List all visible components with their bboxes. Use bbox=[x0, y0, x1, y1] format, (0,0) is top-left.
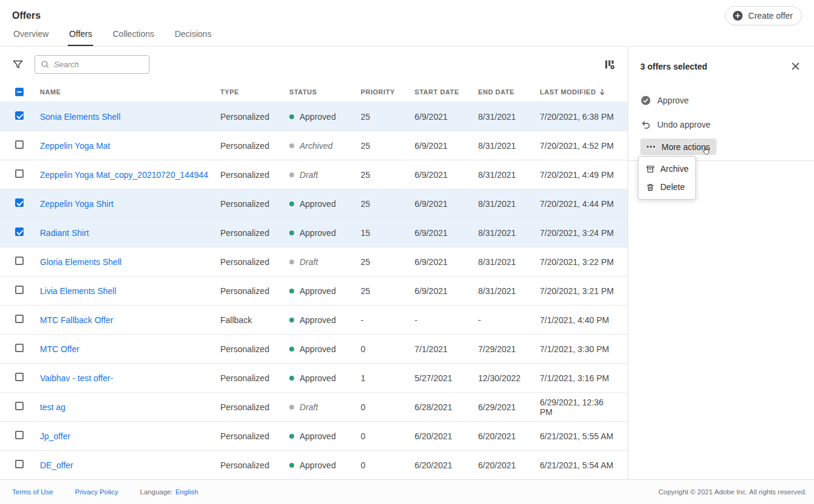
status-label: Draft bbox=[300, 170, 318, 180]
offer-name-link[interactable]: Sonia Elements Shell bbox=[40, 112, 220, 122]
status-label: Approved bbox=[300, 286, 336, 296]
offer-name-link[interactable]: MTC Offer bbox=[40, 344, 220, 354]
terms-of-use-link[interactable]: Terms of Use bbox=[12, 488, 53, 496]
more-actions-button[interactable]: More actions bbox=[640, 139, 717, 155]
offer-priority: 1 bbox=[361, 373, 415, 383]
offer-name-link[interactable]: Zeppelin Yoga Shirt bbox=[40, 199, 220, 209]
offer-end-date: 7/29/2021 bbox=[478, 344, 540, 354]
status-dot bbox=[289, 114, 294, 119]
offer-name-link[interactable]: Gloria Elements Shell bbox=[40, 257, 220, 267]
row-checkbox[interactable] bbox=[15, 227, 24, 236]
create-offer-button[interactable]: Create offer bbox=[725, 6, 802, 25]
undo-approve-action[interactable]: Undo approve bbox=[640, 113, 802, 137]
offer-type: Personalized bbox=[220, 344, 289, 354]
row-checkbox[interactable] bbox=[15, 198, 24, 207]
search-icon bbox=[41, 60, 50, 69]
table-row: MTC Fallback Offer Fallback Approved - -… bbox=[0, 305, 628, 334]
status-label: Approved bbox=[300, 373, 336, 383]
row-checkbox[interactable] bbox=[15, 460, 24, 468]
select-all-checkbox[interactable] bbox=[15, 88, 24, 96]
offer-priority: 0 bbox=[361, 460, 415, 470]
offer-name-link[interactable]: Zeppelin Yoga Mat_copy_20210720_144944 bbox=[40, 170, 220, 180]
offer-end-date: 6/20/2021 bbox=[478, 460, 540, 470]
column-header-name[interactable]: Name bbox=[40, 88, 220, 96]
row-checkbox[interactable] bbox=[15, 402, 24, 410]
approve-action[interactable]: Approve bbox=[640, 88, 802, 113]
table-row: Jp_offer Personalized Approved 0 6/20/20… bbox=[0, 421, 628, 450]
undo-icon bbox=[640, 119, 651, 130]
tab-collections[interactable]: Collections bbox=[111, 29, 155, 46]
close-panel-button[interactable] bbox=[789, 60, 802, 73]
offer-name-link[interactable]: test ag bbox=[40, 402, 220, 412]
offer-start-date: 6/20/2021 bbox=[415, 431, 478, 441]
offer-priority: 25 bbox=[361, 199, 415, 209]
offer-name-link[interactable]: Vaibhav - test offer- bbox=[40, 373, 220, 383]
offer-start-date: 6/9/2021 bbox=[415, 286, 478, 296]
offer-last-modified: 7/20/2021, 4:49 PM bbox=[540, 170, 615, 180]
table-row: Zeppelin Yoga Mat_copy_20210720_144944 P… bbox=[0, 160, 628, 189]
table-header-row: Name Type Status Priority Start date End… bbox=[0, 82, 628, 102]
table-row: Sonia Elements Shell Personalized Approv… bbox=[0, 102, 628, 131]
offer-name-link[interactable]: Jp_offer bbox=[40, 431, 220, 441]
language-link[interactable]: English bbox=[176, 488, 199, 496]
offer-end-date: 8/31/2021 bbox=[478, 199, 540, 209]
status-label: Draft bbox=[300, 257, 318, 267]
search-input[interactable] bbox=[34, 55, 149, 74]
row-checkbox[interactable] bbox=[15, 344, 24, 352]
row-checkbox[interactable] bbox=[15, 111, 24, 120]
row-checkbox[interactable] bbox=[15, 431, 24, 439]
offer-name-link[interactable]: DE_offer bbox=[40, 460, 220, 470]
status-dot bbox=[289, 260, 294, 264]
status-dot bbox=[289, 289, 294, 293]
menu-item-archive[interactable]: Archive bbox=[638, 160, 695, 178]
row-checkbox[interactable] bbox=[15, 286, 24, 294]
column-header-start-date[interactable]: Start date bbox=[415, 88, 478, 96]
row-checkbox[interactable] bbox=[15, 315, 24, 323]
offer-end-date: 8/31/2021 bbox=[478, 257, 540, 267]
approve-label: Approve bbox=[657, 96, 689, 105]
more-dots-icon bbox=[646, 142, 656, 152]
offer-priority: - bbox=[361, 315, 415, 325]
row-checkbox[interactable] bbox=[15, 169, 24, 178]
menu-item-delete[interactable]: Delete bbox=[638, 178, 695, 196]
privacy-policy-link[interactable]: Privacy Policy bbox=[75, 488, 119, 496]
row-checkbox[interactable] bbox=[15, 257, 24, 265]
row-checkbox[interactable] bbox=[15, 140, 24, 149]
filter-icon[interactable] bbox=[12, 59, 24, 70]
column-header-last-modified[interactable]: Last modified bbox=[540, 88, 615, 96]
offer-status: Draft bbox=[289, 257, 361, 267]
tab-overview[interactable]: Overview bbox=[12, 29, 50, 46]
offer-start-date: - bbox=[415, 315, 478, 325]
status-dot bbox=[289, 318, 294, 322]
status-dot bbox=[289, 463, 294, 468]
archive-icon bbox=[646, 165, 655, 174]
tab-decisions[interactable]: Decisions bbox=[174, 29, 213, 46]
column-header-type[interactable]: Type bbox=[220, 88, 289, 96]
offer-type: Personalized bbox=[220, 257, 289, 267]
offer-name-link[interactable]: Radiant Shirt bbox=[40, 228, 220, 238]
column-header-end-date[interactable]: End date bbox=[478, 88, 540, 96]
offer-last-modified: 6/21/2021, 5:54 AM bbox=[540, 460, 615, 470]
column-header-status[interactable]: Status bbox=[289, 88, 361, 96]
offer-status: Approved bbox=[289, 344, 361, 354]
table-row: MTC Offer Personalized Approved 0 7/1/20… bbox=[0, 334, 628, 363]
offer-name-link[interactable]: Zeppelin Yoga Mat bbox=[40, 141, 220, 151]
column-header-priority[interactable]: Priority bbox=[361, 88, 415, 96]
offer-last-modified: 6/29/2021, 12:36 PM bbox=[540, 398, 615, 417]
table-row: Zeppelin Yoga Mat Personalized Archived … bbox=[0, 131, 628, 160]
trash-icon bbox=[646, 183, 655, 192]
offer-name-link[interactable]: MTC Fallback Offer bbox=[40, 315, 220, 325]
status-dot bbox=[289, 405, 294, 410]
more-actions-menu: Archive Delete bbox=[638, 156, 696, 200]
offer-last-modified: 6/21/2021, 5:55 AM bbox=[540, 431, 615, 441]
table-row: DE_offer Personalized Approved 0 6/20/20… bbox=[0, 450, 628, 479]
status-dot bbox=[289, 231, 294, 235]
column-settings-icon[interactable] bbox=[604, 59, 615, 70]
offer-name-link[interactable]: Livia Elements Shell bbox=[40, 286, 220, 296]
approve-check-icon bbox=[640, 95, 651, 106]
tab-offers[interactable]: Offers bbox=[68, 29, 93, 46]
row-checkbox[interactable] bbox=[15, 373, 24, 381]
offer-type: Personalized bbox=[220, 286, 289, 296]
offer-start-date: 6/9/2021 bbox=[415, 199, 478, 209]
offer-status: Approved bbox=[289, 199, 361, 209]
